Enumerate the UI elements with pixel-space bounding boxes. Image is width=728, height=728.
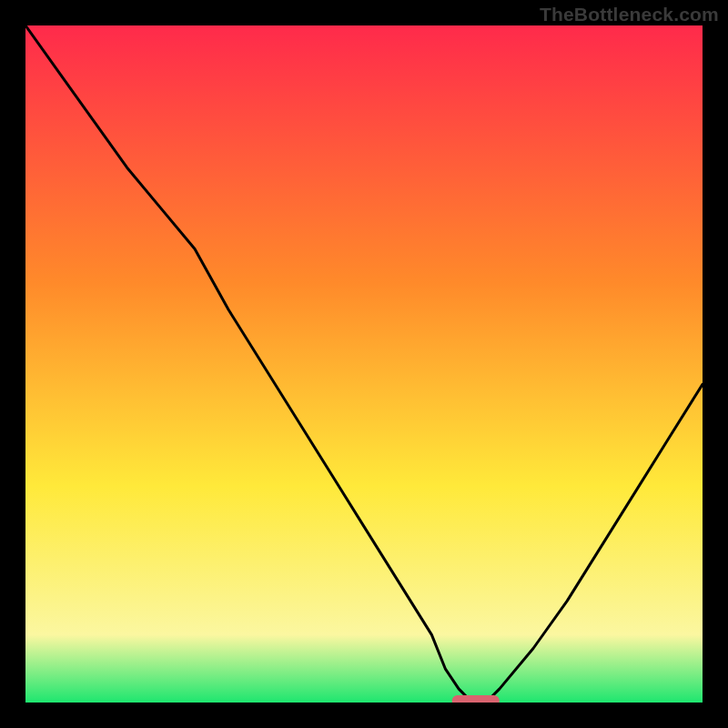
gradient-background	[25, 25, 703, 703]
optimal-marker	[452, 695, 500, 703]
chart-frame: TheBottleneck.com	[0, 0, 728, 728]
watermark-text: TheBottleneck.com	[540, 4, 719, 25]
bottleneck-chart	[25, 25, 703, 703]
